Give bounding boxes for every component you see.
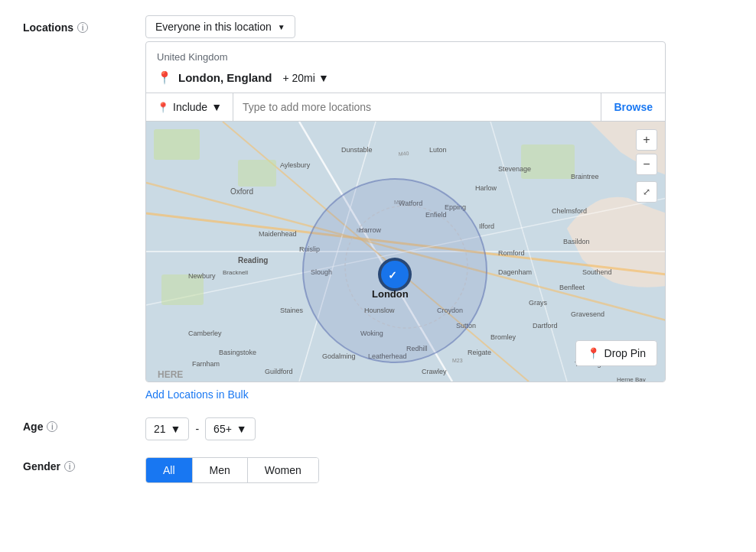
age-max-select[interactable]: 65+ ▼ [205,417,256,440]
age-min-arrow: ▼ [171,423,181,435]
locations-row: Locations i Everyone in this location ▼ … [23,15,733,401]
gender-women-button[interactable]: Women [248,458,318,482]
svg-text:HERE: HERE [158,369,183,380]
age-dash: - [195,423,199,435]
age-row: Age i 21 ▼ - 65+ ▼ [23,414,733,440]
gender-label-col: Gender i [23,454,145,472]
gender-men-button[interactable]: Men [193,458,248,482]
svg-text:Hounslow: Hounslow [364,307,395,314]
svg-text:Basildon: Basildon [563,238,590,245]
include-button[interactable]: 📍 Include ▼ [146,93,233,121]
radius-label: + 20mi [282,72,314,84]
age-info-icon[interactable]: i [47,421,57,432]
svg-text:Maidenhead: Maidenhead [259,230,297,238]
zoom-out-button[interactable]: − [636,154,657,175]
gender-row: Gender i All Men Women [23,454,733,483]
svg-text:Braintree: Braintree [571,173,599,180]
svg-text:M23: M23 [452,358,463,363]
everyone-dropdown[interactable]: Everyone in this location ▼ [145,15,295,38]
svg-rect-12 [521,144,575,179]
map-container: Oxford Newbury Luton Stevenage Braintree… [146,122,665,382]
svg-text:Bromley: Bromley [490,333,516,341]
location-city: London, England [178,71,272,84]
map-controls: + − ⤢ [636,129,657,203]
svg-text:M40: M40 [398,151,409,157]
svg-text:Romford: Romford [498,249,525,257]
svg-text:Chelmsford: Chelmsford [552,207,587,215]
drop-pin-button[interactable]: 📍 Drop Pin [575,340,657,366]
gender-label: Gender [23,460,60,472]
everyone-dropdown-label: Everyone in this location [155,21,272,33]
dropdown-arrow-icon: ▼ [278,23,285,31]
svg-rect-11 [238,160,276,187]
browse-button[interactable]: Browse [601,93,665,121]
svg-text:Dagenham: Dagenham [498,268,532,276]
svg-text:✓: ✓ [388,269,397,281]
svg-text:Dartford: Dartford [533,322,558,330]
add-locations-bulk-link[interactable]: Add Locations in Bulk [145,388,249,401]
gender-content: All Men Women [145,454,733,483]
drop-pin-icon: 📍 [587,347,600,359]
gender-button-group: All Men Women [145,457,319,483]
locations-label-col: Locations i [23,15,145,34]
location-pin-icon: 📍 [157,70,172,85]
svg-text:Harlow: Harlow [475,184,497,192]
svg-text:Camberley: Camberley [188,330,222,337]
location-box: United Kingdom 📍 London, England + 20mi … [145,41,666,382]
location-search-input[interactable] [233,93,601,121]
radius-arrow-icon: ▼ [318,72,329,84]
svg-text:Crawley: Crawley [422,368,447,375]
svg-text:Newbury: Newbury [188,272,216,280]
locations-content: Everyone in this location ▼ United Kingd… [145,15,733,401]
svg-text:Dunstable: Dunstable [341,146,373,154]
svg-text:Guildford: Guildford [265,368,293,375]
svg-text:Reading: Reading [238,256,268,265]
svg-text:Stevenage: Stevenage [498,165,531,173]
age-min-value: 21 [154,423,166,435]
svg-text:Godalming: Godalming [322,352,356,360]
drop-pin-label: Drop Pin [604,347,646,359]
expand-map-button[interactable]: ⤢ [636,181,657,203]
gender-info-icon[interactable]: i [64,461,75,472]
svg-text:Grays: Grays [529,299,548,307]
radius-button[interactable]: + 20mi ▼ [282,72,328,84]
svg-text:Ilford: Ilford [479,222,494,230]
svg-text:Basingstoke: Basingstoke [219,349,256,356]
age-label-col: Age i [23,414,145,433]
svg-rect-10 [154,129,200,160]
gender-all-button[interactable]: All [146,458,193,482]
svg-text:Luton: Luton [429,146,447,154]
zoom-in-button[interactable]: + [636,129,657,151]
svg-text:Benfleet: Benfleet [559,284,585,291]
age-min-select[interactable]: 21 ▼ [145,417,189,440]
location-entry: 📍 London, England + 20mi ▼ [146,66,665,93]
include-label: Include [173,101,207,113]
svg-text:Reigate: Reigate [468,349,491,356]
svg-text:Herne Bay: Herne Bay [617,376,646,382]
browse-label: Browse [614,101,653,113]
age-label: Age [23,420,43,433]
svg-text:Oxford: Oxford [230,187,253,196]
locations-info-icon[interactable]: i [77,22,88,33]
age-max-value: 65+ [213,423,232,435]
svg-text:Gravesend: Gravesend [571,310,604,318]
svg-text:Staines: Staines [280,307,304,314]
include-pin-icon: 📍 [157,102,169,113]
age-selectors: 21 ▼ - 65+ ▼ [145,417,733,440]
svg-text:Aylesbury: Aylesbury [280,161,311,169]
svg-text:London: London [372,288,409,300]
age-max-arrow: ▼ [236,423,247,435]
svg-text:Bracknell: Bracknell [223,269,248,276]
include-bar: 📍 Include ▼ Browse [146,93,665,122]
svg-text:Farnham: Farnham [192,360,220,368]
svg-text:Southend: Southend [582,268,612,276]
locations-label: Locations [23,21,73,34]
include-arrow-icon: ▼ [211,101,222,113]
age-content: 21 ▼ - 65+ ▼ [145,414,733,440]
location-country: United Kingdom [146,42,665,66]
